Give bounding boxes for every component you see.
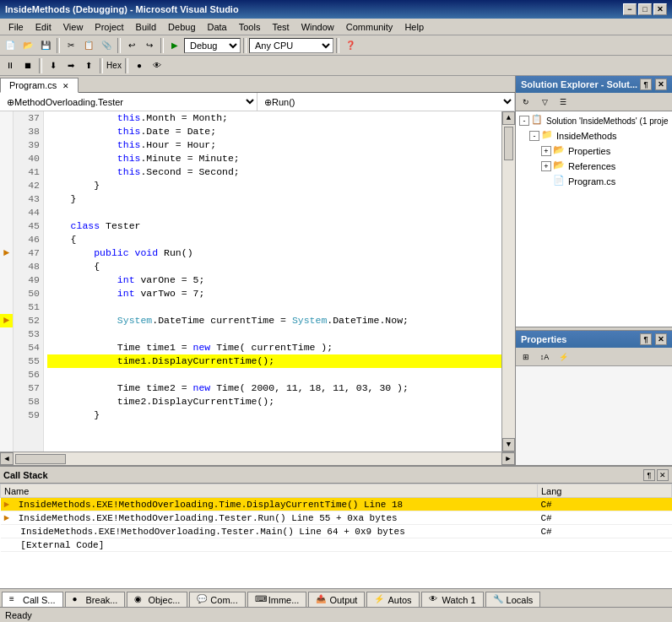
program-cs-icon: 📄 bbox=[553, 175, 566, 188]
toolbar-debug-start[interactable]: ▶ bbox=[166, 38, 183, 53]
current-arrow-indicator: ► bbox=[0, 314, 13, 327]
tab-program-cs[interactable]: Program.cs ✕ bbox=[0, 78, 79, 93]
close-button[interactable]: ✕ bbox=[653, 3, 667, 15]
toolbar-new[interactable]: 📄 bbox=[2, 38, 19, 53]
toolbar-paste[interactable]: 📎 bbox=[98, 38, 115, 53]
toolbar-redo[interactable]: ↪ bbox=[141, 38, 158, 53]
col-lang[interactable]: Lang bbox=[538, 484, 672, 498]
scroll-track-v[interactable] bbox=[502, 125, 515, 438]
se-sync-btn[interactable]: ↻ bbox=[518, 95, 534, 110]
minimize-button[interactable]: − bbox=[623, 3, 637, 15]
references-expand[interactable]: + bbox=[541, 161, 551, 171]
menu-item-tools[interactable]: Tools bbox=[234, 21, 266, 33]
code-lines[interactable]: this.Month = Month; this.Date = Date; th… bbox=[44, 111, 501, 452]
tab-command[interactable]: 💬 Com... bbox=[189, 592, 245, 607]
tree-item-properties[interactable]: + 📂 Properties bbox=[516, 143, 672, 159]
menu-item-project[interactable]: Project bbox=[89, 21, 128, 33]
tab-watch1[interactable]: 👁 Watch 1 bbox=[421, 592, 484, 607]
call-stack-row-1[interactable]: ► InsideMethods.EXE!MethodOverloading.Te… bbox=[1, 511, 672, 525]
tree-item-project[interactable]: - 📁 InsideMethods bbox=[516, 128, 672, 143]
call-stack-row-3[interactable]: [External Code] bbox=[1, 538, 672, 552]
debug-watch[interactable]: 👁 bbox=[149, 58, 165, 73]
solution-expand[interactable]: - bbox=[519, 116, 529, 126]
menu-item-edit[interactable]: Edit bbox=[30, 21, 57, 33]
editor-scrollbar-v[interactable]: ▲ ▼ bbox=[501, 111, 515, 452]
scroll-up-btn[interactable]: ▲ bbox=[502, 111, 515, 125]
toolbar-open[interactable]: 📂 bbox=[19, 38, 36, 53]
tab-output[interactable]: 📤 Output bbox=[308, 592, 365, 607]
col-name[interactable]: Name bbox=[1, 484, 538, 498]
tab-objects[interactable]: ◉ Objec... bbox=[127, 592, 187, 607]
command-tab-icon: 💬 bbox=[197, 594, 209, 606]
debug-platform-combo[interactable]: Any CPU x86 x64 bbox=[249, 38, 333, 53]
call-stack-pin-btn[interactable]: ¶ bbox=[643, 469, 655, 481]
tab-immediate[interactable]: ⌨ Imme... bbox=[247, 592, 307, 607]
solution-explorer-pin-btn[interactable]: ¶ bbox=[640, 78, 652, 90]
code-line-41: this.Second = Second; bbox=[47, 165, 501, 179]
toolbar-undo[interactable]: ↩ bbox=[123, 38, 140, 53]
solution-explorer-close-btn[interactable]: ✕ bbox=[655, 78, 667, 90]
scroll-right-btn[interactable]: ▶ bbox=[501, 452, 515, 465]
se-filter-btn[interactable]: ▽ bbox=[536, 95, 553, 110]
tab-breakpoints[interactable]: ● Break... bbox=[65, 592, 126, 607]
menu-item-file[interactable]: File bbox=[3, 21, 29, 33]
menu-item-view[interactable]: View bbox=[58, 21, 89, 33]
class-nav-combo[interactable]: ⊕MethodOverloading.Tester bbox=[0, 93, 257, 111]
properties-close-btn[interactable]: ✕ bbox=[655, 333, 667, 345]
code-editor[interactable]: ► ► 37 bbox=[0, 111, 515, 465]
debug-step-over[interactable]: ➡ bbox=[62, 58, 79, 73]
call-stack-row-2[interactable]: InsideMethods.EXE!MethodOverloading.Test… bbox=[1, 525, 672, 538]
editor-scrollbar-h[interactable]: ◀ ▶ bbox=[0, 452, 515, 465]
tab-autos[interactable]: ⚡ Autos bbox=[366, 592, 419, 607]
menu-item-data[interactable]: Data bbox=[203, 21, 232, 33]
scroll-left-btn[interactable]: ◀ bbox=[0, 452, 14, 465]
props-events[interactable]: ⚡ bbox=[555, 349, 572, 365]
menu-item-community[interactable]: Community bbox=[341, 21, 398, 33]
margin-row bbox=[0, 260, 13, 273]
menu-item-debug[interactable]: Debug bbox=[163, 21, 200, 33]
toolbar-cut[interactable]: ✂ bbox=[62, 38, 79, 53]
tab-call-stack[interactable]: ≡ Call S... bbox=[2, 592, 63, 607]
properties-pin-btn[interactable]: ¶ bbox=[640, 333, 652, 345]
scroll-thumb-v[interactable] bbox=[504, 127, 513, 160]
method-nav-combo[interactable]: ⊕Run() bbox=[257, 93, 515, 111]
scroll-track-h[interactable] bbox=[14, 452, 501, 465]
maximize-button[interactable]: □ bbox=[638, 3, 652, 15]
tab-close-icon[interactable]: ✕ bbox=[62, 82, 69, 90]
margin-row bbox=[0, 395, 13, 408]
debug-stop[interactable]: ⏹ bbox=[19, 58, 36, 73]
tree-item-solution[interactable]: - 📋 Solution 'InsideMethods' (1 proje bbox=[516, 113, 672, 128]
tab-locals[interactable]: 🔧 Locals bbox=[485, 592, 541, 607]
tree-item-references[interactable]: + 📂 References bbox=[516, 159, 672, 174]
props-sort-cat[interactable]: ⊞ bbox=[518, 349, 534, 365]
toolbar-help[interactable]: ❓ bbox=[342, 38, 359, 53]
menu-item-window[interactable]: Window bbox=[296, 21, 339, 33]
toolbar-save[interactable]: 💾 bbox=[37, 38, 54, 53]
properties-expand[interactable]: + bbox=[541, 146, 551, 156]
menu-item-help[interactable]: Help bbox=[399, 21, 429, 33]
scroll-down-btn[interactable]: ▼ bbox=[502, 438, 515, 452]
debug-step-into[interactable]: ⬇ bbox=[45, 58, 62, 73]
se-props-btn[interactable]: ☰ bbox=[555, 95, 572, 110]
project-expand[interactable]: - bbox=[529, 131, 539, 141]
call-stack-table[interactable]: Name Lang ► InsideMethods.EXE!MethodOver… bbox=[0, 484, 672, 588]
call-stack-row-0[interactable]: ► InsideMethods.EXE!MethodOverloading.Ti… bbox=[1, 498, 672, 511]
objects-tab-label: Objec... bbox=[148, 595, 180, 605]
debug-bp[interactable]: ● bbox=[131, 58, 148, 73]
toolbar-copy[interactable]: 📋 bbox=[80, 38, 97, 53]
call-stack-close-btn[interactable]: ✕ bbox=[657, 469, 669, 481]
row1-icon: ► bbox=[4, 513, 10, 523]
tree-item-program-cs[interactable]: 📄 Program.cs bbox=[516, 174, 672, 189]
scroll-thumb-h[interactable] bbox=[15, 454, 66, 464]
debug-hex[interactable]: Hex bbox=[106, 58, 122, 73]
debug-config-combo[interactable]: Debug Release bbox=[184, 38, 241, 53]
code-line-37: this.Month = Month; bbox=[47, 111, 501, 125]
menu-item-test[interactable]: Test bbox=[267, 21, 294, 33]
debug-pause[interactable]: ⏸ bbox=[2, 58, 19, 73]
toolbar-debug: ⏸ ⏹ ⬇ ➡ ⬆ Hex ● 👁 bbox=[0, 56, 672, 76]
code-nav-bar: ⊕MethodOverloading.Tester ⊕Run() bbox=[0, 93, 515, 111]
menu-item-build[interactable]: Build bbox=[131, 21, 161, 33]
debug-step-out[interactable]: ⬆ bbox=[80, 58, 97, 73]
solution-explorer-tree[interactable]: - 📋 Solution 'InsideMethods' (1 proje - … bbox=[516, 111, 672, 327]
props-sort-alpha[interactable]: ↕A bbox=[536, 349, 553, 365]
